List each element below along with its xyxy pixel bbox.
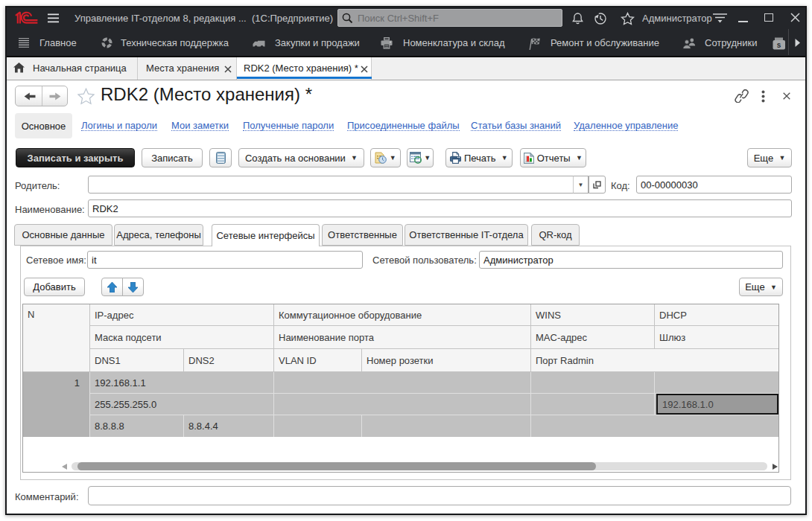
svg-text:s: s [777,41,781,49]
